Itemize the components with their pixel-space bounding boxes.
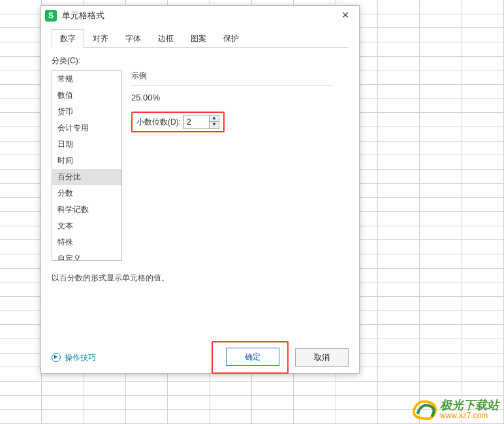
tab-1[interactable]: 对齐 bbox=[84, 29, 117, 48]
category-item-10[interactable]: 特殊 bbox=[52, 234, 121, 250]
dialog-tabs: 数字对齐字体边框图案保护 bbox=[52, 29, 349, 48]
play-circle-icon bbox=[52, 353, 61, 362]
cancel-button[interactable]: 取消 bbox=[295, 348, 349, 367]
decimal-places-row: 小数位数(D): ▲ ▼ bbox=[131, 112, 225, 132]
example-value: 25.00% bbox=[131, 93, 349, 102]
tab-5[interactable]: 保护 bbox=[215, 29, 247, 48]
category-item-4[interactable]: 日期 bbox=[52, 136, 121, 153]
example-label: 示例 bbox=[131, 70, 349, 82]
category-item-3[interactable]: 会计专用 bbox=[52, 120, 121, 136]
spinner-down-icon[interactable]: ▼ bbox=[210, 122, 219, 129]
cell-format-dialog: S 单元格格式 × 数字对齐字体边框图案保护 分类(C): 常规数值货币会计专用… bbox=[40, 5, 360, 374]
watermark-logo-icon bbox=[411, 399, 437, 421]
wps-spreadsheet-icon: S bbox=[45, 10, 57, 22]
dialog-body: 分类(C): 常规数值货币会计专用日期时间百分比分数科学记数文本特殊自定义 示例… bbox=[41, 48, 359, 342]
format-description: 以百分数的形式显示单元格的值。 bbox=[52, 273, 349, 284]
decimal-places-input[interactable] bbox=[184, 115, 209, 129]
decimal-places-label: 小数位数(D): bbox=[136, 117, 181, 128]
tab-3[interactable]: 边框 bbox=[150, 29, 182, 48]
category-label: 分类(C): bbox=[52, 55, 349, 67]
watermark-title: 极光下载站 bbox=[440, 399, 499, 412]
dialog-titlebar: S 单元格格式 × bbox=[41, 6, 359, 25]
category-item-1[interactable]: 数值 bbox=[52, 87, 121, 104]
ok-highlight-box: 确定 bbox=[212, 341, 289, 374]
category-item-7[interactable]: 分数 bbox=[52, 185, 121, 202]
category-item-9[interactable]: 文本 bbox=[52, 218, 121, 234]
category-item-5[interactable]: 时间 bbox=[52, 153, 121, 169]
tab-0[interactable]: 数字 bbox=[52, 29, 84, 48]
watermark: 极光下载站 www.xz7.com bbox=[411, 399, 499, 421]
dialog-title: 单元格格式 bbox=[62, 10, 336, 22]
tips-link[interactable]: 操作技巧 bbox=[52, 352, 96, 363]
category-item-2[interactable]: 货币 bbox=[52, 104, 121, 120]
category-item-8[interactable]: 科学记数 bbox=[52, 202, 121, 218]
ok-button[interactable]: 确定 bbox=[226, 348, 279, 366]
watermark-url: www.xz7.com bbox=[440, 412, 499, 420]
category-listbox[interactable]: 常规数值货币会计专用日期时间百分比分数科学记数文本特殊自定义 bbox=[52, 70, 122, 261]
category-item-0[interactable]: 常规 bbox=[52, 71, 121, 87]
close-icon[interactable]: × bbox=[336, 8, 355, 23]
divider bbox=[131, 85, 334, 86]
tab-4[interactable]: 图案 bbox=[182, 29, 215, 48]
format-preview-pane: 示例 25.00% 小数位数(D): ▲ ▼ bbox=[122, 70, 349, 261]
category-item-6[interactable]: 百分比 bbox=[52, 169, 121, 185]
category-item-11[interactable]: 自定义 bbox=[52, 250, 121, 261]
decimal-places-spinner[interactable]: ▲ ▼ bbox=[183, 115, 219, 129]
dialog-footer: 操作技巧 确定 取消 bbox=[41, 342, 359, 373]
tips-label: 操作技巧 bbox=[65, 352, 96, 363]
tab-2[interactable]: 字体 bbox=[117, 29, 150, 48]
